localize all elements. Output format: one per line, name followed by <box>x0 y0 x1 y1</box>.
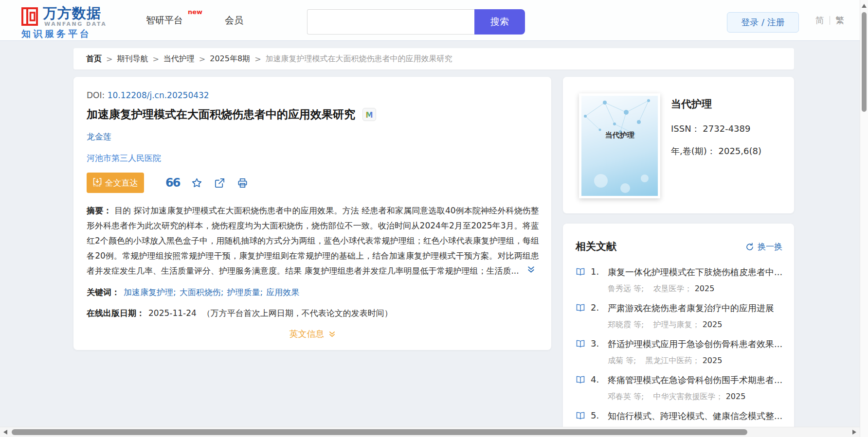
breadcrumb-current: 加速康复护理模式在大面积烧伤患者中的应用效果研究 <box>266 54 452 64</box>
book-icon <box>576 304 585 314</box>
lang-divider <box>830 16 830 25</box>
abstract-text: 目的 探讨加速康复护理模式在大面积烧伤患者中的应用效果。方法 经患者和家属同意选… <box>87 206 539 276</box>
journal-cover[interactable]: 当代护理 <box>579 93 660 198</box>
language-switch: 简 繁 <box>815 15 844 26</box>
search-button[interactable]: 搜索 <box>474 9 525 35</box>
author-link[interactable]: 龙金莲 <box>87 132 111 141</box>
scroll-left-arrow[interactable] <box>3 430 7 435</box>
related-title: 相关文献 <box>576 240 616 253</box>
logo-tagline: 知识服务平台 <box>21 28 91 40</box>
fulltext-label: 全文直达 <box>105 177 138 189</box>
related-item-title[interactable]: 严肃游戏在烧伤患者康复治疗中的应用进展 <box>608 302 782 314</box>
doi-link[interactable]: 10.12208/j.cn.20250432 <box>108 90 209 100</box>
action-row: free 全文直达 66 <box>87 173 248 193</box>
star-icon[interactable] <box>191 177 202 189</box>
keyword-link[interactable]: 应用效果 <box>266 287 299 297</box>
keywords-label: 关键词： <box>87 287 120 297</box>
related-item-authors[interactable]: 鲁秀远 等; <box>608 284 644 293</box>
related-item-journal[interactable]: 黑龙江中医药； <box>646 356 700 365</box>
affiliation-row: 河池市第三人民医院 <box>87 153 161 164</box>
related-item-number: 1. <box>591 266 599 277</box>
login-register-button[interactable]: 登录 / 注册 <box>727 12 799 33</box>
abstract-expand-icon[interactable] <box>527 265 535 276</box>
breadcrumb-separator: > <box>199 54 205 64</box>
related-item-journal[interactable]: 中华灾害救援医学； <box>653 392 723 401</box>
breadcrumb-journal[interactable]: 当代护理 <box>163 54 195 64</box>
breadcrumb-journal-nav[interactable]: 期刊导航 <box>117 54 148 64</box>
related-item-authors[interactable]: 邓春英 等; <box>608 392 644 401</box>
related-item-meta: 鲁秀远 等; 农垦医学； 2025 <box>608 284 714 294</box>
scroll-right-arrow[interactable] <box>852 430 856 435</box>
keyword-link[interactable]: 加速康复护理; <box>124 287 176 297</box>
svg-text:M: M <box>366 111 373 119</box>
related-item-number: 2. <box>591 302 599 313</box>
affiliation-link[interactable]: 河池市第三人民医院 <box>87 153 161 163</box>
pubdate-value: 2025-11-24 <box>148 308 197 318</box>
quote-icon[interactable]: 66 <box>165 177 180 189</box>
chevrons-down-icon <box>328 331 336 338</box>
related-item-authors[interactable]: 成菊 等; <box>608 356 636 365</box>
breadcrumb: 首页 > 期刊导航 > 当代护理 > 2025年8期 > 加速康复护理模式在大面… <box>73 48 794 70</box>
volume-label: 年,卷(期)： <box>671 146 716 156</box>
logo-text-en: WANFANG DATA <box>44 21 107 27</box>
book-icon <box>576 376 585 385</box>
free-download-icon: free <box>93 178 102 188</box>
journal-cover-image <box>581 96 658 196</box>
refresh-label: 换一换 <box>758 241 782 252</box>
keyword-link[interactable]: 护理质量; <box>227 287 263 297</box>
related-item-journal[interactable]: 农垦医学； <box>653 284 692 293</box>
abstract-label: 摘要： <box>87 206 111 215</box>
logo-text-cn[interactable]: 万方数据 <box>43 4 101 23</box>
abstract: 摘要： 目的 探讨加速康复护理模式在大面积烧伤患者中的应用效果。方法 经患者和家… <box>87 203 539 279</box>
related-item-year: 2025 <box>703 356 723 365</box>
related-item-title[interactable]: 康复一体化护理模式在下肢烧伤植皮患者中... <box>608 266 782 278</box>
related-item-title[interactable]: 疼痛管理模式在急诊骨科创伤围手术期患者... <box>608 374 782 386</box>
related-item-title[interactable]: 知信行模式、跨理论模式、健康信念模式整... <box>608 410 782 422</box>
english-info-toggle[interactable]: 英文信息 <box>289 328 336 340</box>
nav-item-platform[interactable]: 智研平台 <box>146 14 183 27</box>
related-item-journal[interactable]: 护理与康复； <box>653 320 700 329</box>
pubdate-label: 在线出版日期： <box>87 308 145 318</box>
volume-value: 2025,6(8) <box>719 146 761 156</box>
share-icon[interactable] <box>214 177 225 189</box>
related-item-number: 5. <box>591 410 599 420</box>
related-item-meta: 郑晓霞 等; 护理与康复； 2025 <box>608 320 722 330</box>
m-badge-icon[interactable]: M <box>362 108 376 121</box>
related-item-number: 4. <box>591 374 599 385</box>
related-item-authors[interactable]: 郑晓霞 等; <box>608 320 644 329</box>
english-info-toggle-row: 英文信息 <box>73 328 551 340</box>
keyword-link[interactable]: 大面积烧伤; <box>180 287 224 297</box>
wanfang-logo-icon[interactable] <box>21 5 38 29</box>
journal-name[interactable]: 当代护理 <box>671 97 712 111</box>
header: 万方数据 WANFANG DATA 知识服务平台 智研平台 new 会员 搜索 … <box>0 0 868 41</box>
horizontal-scrollbar-thumb[interactable] <box>12 429 747 435</box>
horizontal-scrollbar[interactable] <box>0 427 860 437</box>
issn-value: 2732-4389 <box>703 123 750 134</box>
lang-traditional[interactable]: 繁 <box>835 15 844 26</box>
book-icon <box>576 268 585 278</box>
article-card: DOI: 10.12208/j.cn.20250432 加速康复护理模式在大面积… <box>73 77 551 350</box>
search-input[interactable] <box>307 9 474 35</box>
vertical-scrollbar[interactable] <box>860 0 868 437</box>
vertical-scrollbar-thumb[interactable] <box>862 12 867 112</box>
breadcrumb-issue[interactable]: 2025年8期 <box>210 54 250 64</box>
breadcrumb-separator: > <box>254 54 261 64</box>
lang-simplified[interactable]: 简 <box>815 15 824 26</box>
english-info-label: 英文信息 <box>289 328 325 340</box>
breadcrumb-home[interactable]: 首页 <box>86 54 102 64</box>
title-row: 加速康复护理模式在大面积烧伤患者中的应用效果研究 M <box>87 107 376 122</box>
breadcrumb-separator: > <box>152 54 159 64</box>
journal-volume-row: 年,卷(期)： 2025,6(8) <box>671 145 761 157</box>
related-item-title[interactable]: 舒适护理模式应用于急诊创伤骨科患者效果... <box>608 338 782 350</box>
pubdate-note: （万方平台首次上网日期，不代表论文的发表时间） <box>202 308 393 318</box>
doi-row: DOI: 10.12208/j.cn.20250432 <box>87 90 209 100</box>
scroll-up-arrow[interactable] <box>862 4 867 8</box>
fulltext-button[interactable]: free 全文直达 <box>87 173 144 193</box>
related-item-meta: 成菊 等; 黑龙江中医药； 2025 <box>608 356 722 366</box>
refresh-button[interactable]: 换一换 <box>745 241 782 252</box>
book-icon <box>576 412 585 421</box>
nav-item-member[interactable]: 会员 <box>225 14 243 27</box>
pubdate-row: 在线出版日期：2025-11-24（万方平台首次上网日期，不代表论文的发表时间） <box>87 308 393 319</box>
journal-issn-row: ISSN： 2732-4389 <box>671 123 750 135</box>
print-icon[interactable] <box>237 177 248 189</box>
